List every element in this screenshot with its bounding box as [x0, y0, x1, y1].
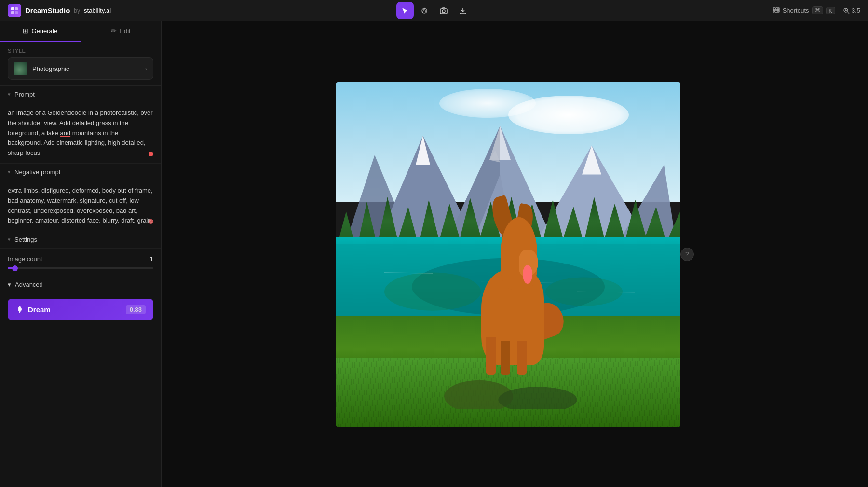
- image-content: [336, 82, 680, 427]
- svg-rect-8: [776, 8, 778, 10]
- edit-icon: ✏: [111, 27, 117, 35]
- prompt-word-and: and: [60, 129, 70, 137]
- prompt-word-goldendoodle: Goldendoodle: [47, 109, 86, 116]
- style-current: Photographic: [32, 65, 69, 72]
- style-thumbnail: [14, 62, 27, 75]
- neg-word-extra: extra: [8, 187, 22, 194]
- prompt-label: Prompt: [14, 91, 35, 98]
- camera-tool-button[interactable]: [435, 2, 452, 19]
- shortcuts-button[interactable]: Shortcuts ⌘ K: [773, 6, 835, 14]
- prompt-text[interactable]: an image of a Goldendoodle in a photorea…: [8, 108, 153, 158]
- svg-rect-1: [15, 7, 18, 10]
- app-logo: [8, 4, 21, 17]
- svg-rect-7: [773, 8, 775, 10]
- negative-prompt-label: Negative prompt: [14, 168, 60, 176]
- negative-prompt-header[interactable]: ▾ Negative prompt: [0, 164, 161, 181]
- brand: DreamStudio by stability.ai: [8, 4, 111, 17]
- zoom-value: 3.5: [852, 7, 860, 14]
- svg-point-14: [19, 308, 21, 310]
- image-clouds-2: [439, 89, 536, 118]
- company-name: stability.ai: [84, 7, 111, 14]
- svg-point-28: [384, 273, 481, 311]
- settings-header[interactable]: ▾ Settings: [0, 231, 161, 249]
- dream-button[interactable]: Dream 0.83: [8, 299, 153, 320]
- settings-label: Settings: [14, 236, 37, 243]
- prompt-header[interactable]: ▾ Prompt: [0, 86, 161, 103]
- svg-rect-3: [15, 11, 18, 14]
- shape-tool-button[interactable]: [416, 2, 433, 19]
- help-icon: ?: [685, 250, 689, 258]
- prompt-status-indicator: [149, 152, 153, 156]
- topbar: DreamStudio by stability.ai: [0, 0, 868, 21]
- shortcuts-label: Shortcuts: [783, 7, 809, 14]
- sidebar-tabs: ⊞ Generate ✏ Edit: [0, 21, 161, 42]
- shortcut-key2: K: [826, 7, 835, 14]
- topbar-right: Shortcuts ⌘ K 3.5: [773, 6, 860, 14]
- dream-button-label: Dream: [28, 306, 51, 314]
- shortcut-key1: ⌘: [812, 6, 823, 14]
- generated-image: [336, 82, 680, 427]
- svg-rect-12: [778, 10, 779, 12]
- svg-point-6: [442, 10, 445, 13]
- style-section: Style Photographic ›: [0, 42, 161, 86]
- prompt-chevron-icon: ▾: [8, 91, 11, 97]
- style-selector-left: Photographic: [14, 62, 69, 75]
- dog-tongue: [523, 265, 532, 284]
- svg-rect-11: [775, 10, 778, 12]
- settings-content: Image count 1: [0, 249, 161, 276]
- main-layout: ⊞ Generate ✏ Edit Style Photographic ›: [0, 21, 868, 487]
- chevron-right-icon: ›: [145, 65, 147, 72]
- tab-generate-label: Generate: [31, 28, 57, 35]
- image-count-slider[interactable]: [8, 267, 153, 269]
- canvas-area[interactable]: ?: [162, 21, 868, 487]
- sidebar: ⊞ Generate ✏ Edit Style Photographic ›: [0, 21, 162, 487]
- settings-chevron-icon: ▾: [8, 237, 11, 243]
- negative-prompt-text[interactable]: extra limbs, disfigured, deformed, body …: [8, 186, 153, 226]
- zoom-display: 3.5: [843, 7, 860, 14]
- app-name: DreamStudio: [25, 6, 70, 14]
- help-button[interactable]: ?: [680, 248, 694, 261]
- style-selector[interactable]: Photographic ›: [8, 57, 153, 80]
- negative-prompt-status-indicator: ♡: [149, 219, 153, 224]
- negative-prompt-chevron-icon: ▾: [8, 169, 11, 175]
- tab-edit[interactable]: ✏ Edit: [81, 21, 161, 42]
- advanced-label: Advanced: [15, 281, 43, 288]
- image-count-value: 1: [150, 255, 153, 263]
- dream-cost: 0.83: [126, 305, 146, 314]
- dream-button-left: Dream: [15, 305, 51, 314]
- download-tool-button[interactable]: [454, 2, 472, 19]
- negative-prompt-area: extra limbs, disfigured, deformed, body …: [0, 181, 161, 231]
- svg-rect-2: [11, 11, 14, 14]
- toolbar: [396, 2, 472, 19]
- prompt-area: an image of a Goldendoodle in a photorea…: [0, 103, 161, 164]
- dream-icon: [15, 305, 24, 314]
- image-count-label: Image count: [8, 255, 42, 263]
- svg-rect-0: [11, 7, 14, 10]
- slider-thumb[interactable]: [12, 265, 18, 271]
- prompt-word-detailed: detailed: [122, 139, 144, 146]
- app-by: by: [74, 7, 80, 14]
- tab-generate[interactable]: ⊞ Generate: [0, 21, 81, 42]
- generate-icon: ⊞: [23, 27, 28, 35]
- svg-rect-9: [778, 8, 779, 10]
- advanced-header[interactable]: ▾ Advanced: [0, 276, 161, 293]
- style-label: Style: [8, 48, 153, 54]
- image-dog: [467, 185, 563, 375]
- select-tool-button[interactable]: [396, 2, 414, 19]
- advanced-chevron-icon: ▾: [8, 281, 11, 288]
- tab-edit-label: Edit: [120, 28, 130, 35]
- image-count-row: Image count 1: [8, 255, 153, 263]
- image-rocks: [439, 358, 577, 409]
- slider-track: [8, 267, 153, 269]
- svg-rect-10: [773, 10, 774, 12]
